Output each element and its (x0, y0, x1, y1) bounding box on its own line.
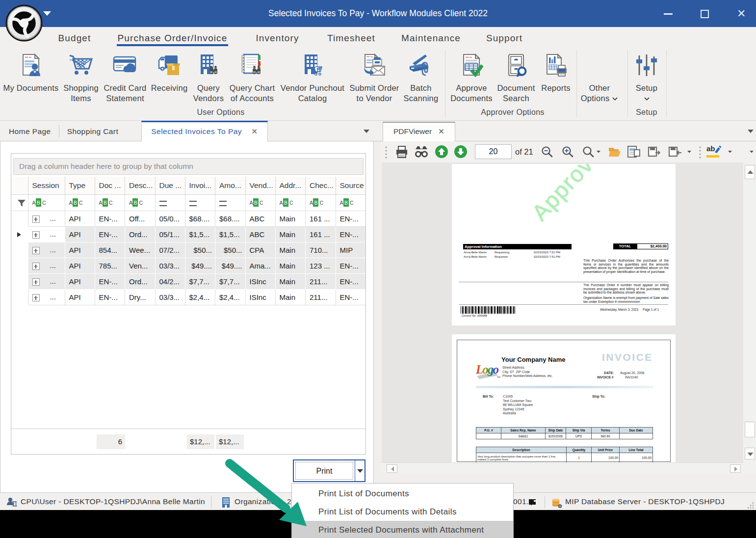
svg-text:Logo: Logo (476, 363, 499, 376)
svg-text:™: ™ (496, 376, 500, 380)
